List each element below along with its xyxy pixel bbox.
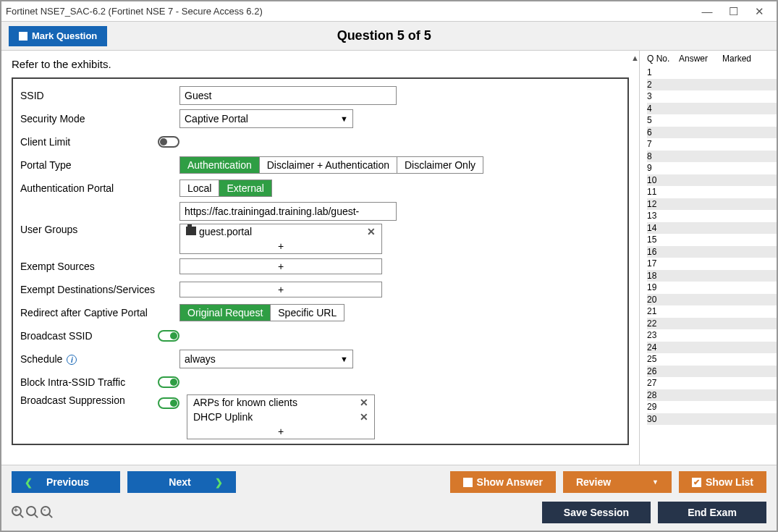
checkbox-icon [463, 478, 473, 487]
zoom-out-icon[interactable]: - [41, 505, 51, 520]
scroll-up-icon[interactable]: ▲ [631, 54, 639, 62]
nav-row[interactable]: 29 [647, 401, 777, 413]
portal-type-opt-auth[interactable]: Authentication [180, 157, 260, 173]
remove-group-icon[interactable]: ✕ [367, 226, 376, 237]
exhibit-panel: SSID Guest Security Mode Captive Portal▼… [12, 77, 629, 445]
nav-row[interactable]: 20 [647, 294, 777, 306]
portal-type-opt-disclaimer-only[interactable]: Disclaimer Only [397, 157, 483, 173]
block-intra-label: Block Intra-SSID Traffic [20, 376, 158, 388]
auth-portal-url-input[interactable]: https://fac.trainingad.training.lab/gues… [179, 202, 397, 221]
nav-list[interactable]: 1234567891011121314151617181920212223242… [640, 67, 777, 465]
portal-type-opt-disclaimer-auth[interactable]: Disclaimer + Authentication [260, 157, 397, 173]
question-pane: ▲ Refer to the exhibits. SSID Guest Secu… [1, 51, 639, 465]
broadcast-ssid-toggle[interactable] [158, 330, 179, 342]
ssid-label: SSID [20, 90, 179, 101]
client-limit-label: Client Limit [20, 136, 158, 148]
exempt-dest-box[interactable]: + [179, 282, 382, 297]
nav-row[interactable]: 14 [647, 222, 777, 235]
nav-row[interactable]: 22 [647, 318, 777, 330]
nav-row[interactable]: 28 [647, 389, 777, 402]
nav-row[interactable]: 24 [647, 342, 777, 354]
nav-row[interactable]: 10 [647, 174, 777, 187]
end-exam-button[interactable]: End Exam [658, 502, 766, 523]
nav-row[interactable]: 23 [647, 329, 777, 342]
minimize-button[interactable]: — [694, 3, 720, 20]
nav-row[interactable]: 16 [647, 246, 777, 258]
nav-row[interactable]: 12 [647, 198, 777, 211]
nav-row[interactable]: 1 [647, 67, 777, 79]
nav-row[interactable]: 3 [647, 90, 777, 103]
auth-portal-segment: Local External [179, 180, 272, 197]
review-dropdown[interactable]: Review▼ [563, 471, 672, 493]
checkbox-checked-icon: ✔ [692, 478, 701, 487]
redirect-opt-original[interactable]: Original Request [180, 305, 271, 321]
nav-row[interactable]: 26 [647, 366, 777, 378]
footer-bar: ❮Previous Next❯ Show Answer Review▼ ✔Sho… [1, 465, 777, 499]
nav-row[interactable]: 17 [647, 258, 777, 270]
nav-row[interactable]: 13 [647, 210, 777, 222]
auth-portal-opt-local[interactable]: Local [180, 180, 219, 196]
question-prompt: Refer to the exhibits. [12, 58, 629, 70]
maximize-button[interactable]: ☐ [720, 3, 746, 20]
broadcast-supp-label: Broadcast Suppression [20, 394, 158, 406]
nav-row[interactable]: 27 [647, 377, 777, 389]
window-title: Fortinet NSE7_SAC-6.2 (Fortinet NSE 7 - … [6, 6, 694, 17]
show-answer-button[interactable]: Show Answer [450, 471, 556, 493]
portal-type-segment: Authentication Disclaimer + Authenticati… [179, 156, 483, 174]
info-icon[interactable]: i [67, 355, 77, 365]
nav-row[interactable]: 4 [647, 103, 777, 115]
block-intra-toggle[interactable] [158, 376, 179, 388]
ssid-input[interactable]: Guest [179, 86, 397, 105]
exempt-sources-label: Exempt Sources [20, 261, 179, 272]
nav-row[interactable]: 15 [647, 234, 777, 246]
mark-button-label: Mark Question [32, 30, 97, 41]
question-counter: Question 5 of 5 [107, 28, 661, 43]
header-bar: Mark Question Question 5 of 5 [1, 22, 777, 51]
remove-icon[interactable]: ✕ [360, 411, 368, 423]
chevron-right-icon: ❯ [215, 477, 223, 488]
nav-row[interactable]: 5 [647, 114, 777, 127]
save-session-button[interactable]: Save Session [542, 502, 651, 523]
add-user-group[interactable]: + [180, 239, 381, 253]
nav-row[interactable]: 2 [647, 79, 777, 91]
previous-button[interactable]: ❮Previous [12, 471, 120, 493]
close-button[interactable]: ✕ [746, 3, 772, 20]
user-groups-box[interactable]: guest.portal✕ + [179, 224, 382, 254]
mark-question-button[interactable]: Mark Question [9, 26, 107, 46]
exempt-dest-label: Exempt Destinations/Services [20, 284, 179, 295]
nav-header: Q No. Answer Marked [640, 51, 777, 67]
nav-row[interactable]: 9 [647, 162, 777, 174]
chevron-down-icon: ▼ [340, 114, 348, 123]
schedule-label: Schedule i [20, 353, 179, 366]
nav-row[interactable]: 25 [647, 353, 777, 366]
zoom-reset-icon[interactable] [26, 505, 36, 520]
question-nav-panel: Q No. Answer Marked 12345678910111213141… [639, 51, 777, 465]
auth-portal-opt-external[interactable]: External [219, 180, 271, 196]
remove-icon[interactable]: ✕ [360, 397, 368, 408]
col-marked: Marked [722, 54, 772, 64]
col-answer: Answer [679, 54, 722, 64]
schedule-select[interactable]: always▼ [179, 350, 353, 368]
broadcast-supp-box[interactable]: ARPs for known clients✕ DHCP Uplink✕ + [187, 394, 375, 439]
nav-row[interactable]: 21 [647, 305, 777, 318]
nav-row[interactable]: 19 [647, 282, 777, 294]
nav-row[interactable]: 7 [647, 138, 777, 151]
nav-row[interactable]: 8 [647, 151, 777, 163]
next-button[interactable]: Next❯ [127, 471, 236, 493]
nav-row[interactable]: 30 [647, 413, 777, 426]
chevron-down-icon: ▼ [652, 478, 659, 486]
exempt-sources-box[interactable]: + [179, 258, 382, 274]
nav-row[interactable]: 18 [647, 270, 777, 282]
show-list-button[interactable]: ✔Show List [679, 471, 766, 493]
nav-row[interactable]: 11 [647, 186, 777, 198]
nav-row[interactable]: 6 [647, 127, 777, 139]
portal-type-label: Portal Type [20, 159, 179, 171]
broadcast-supp-toggle[interactable] [158, 397, 179, 409]
zoom-in-icon[interactable]: + [12, 505, 22, 520]
client-limit-toggle[interactable] [158, 136, 179, 148]
redirect-opt-specific[interactable]: Specific URL [271, 305, 344, 321]
security-mode-select[interactable]: Captive Portal▼ [179, 109, 353, 128]
redirect-segment: Original Request Specific URL [179, 304, 344, 321]
redirect-label: Redirect after Captive Portal [20, 307, 179, 318]
broadcast-ssid-label: Broadcast SSID [20, 330, 158, 342]
